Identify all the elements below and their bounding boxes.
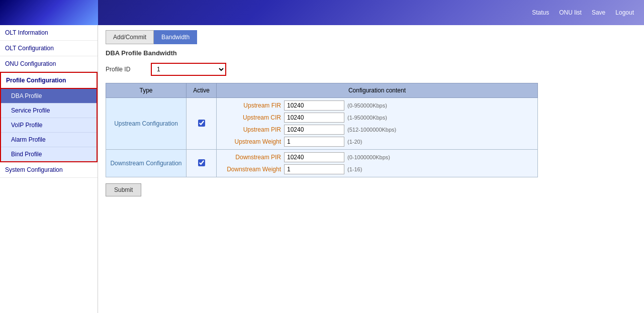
downstream-type-label: Downstream Configuration	[106, 150, 187, 177]
downstream-active-cell	[187, 150, 217, 177]
upstream-fir-label: Upstream FIR	[221, 102, 281, 109]
sidebar-item-service-profile[interactable]: Service Profile	[1, 103, 97, 118]
sidebar-item-voip-profile[interactable]: VoIP Profile	[1, 118, 97, 133]
upstream-weight-hint: (1-20)	[347, 139, 362, 145]
downstream-pir-hint: (0-1000000Kbps)	[347, 154, 390, 160]
upstream-fir-input[interactable]	[284, 100, 344, 111]
sidebar-item-bind-profile[interactable]: Bind Profile	[1, 147, 97, 162]
profile-id-select[interactable]: 1 2 3 4 5	[151, 63, 226, 76]
upstream-pir-hint: (512-1000000Kbps)	[347, 127, 396, 133]
submit-button[interactable]: Submit	[106, 183, 141, 196]
upstream-row: Upstream Configuration Upstream FIR (0-9…	[106, 98, 538, 150]
sidebar-item-system-configuration[interactable]: System Configuration	[0, 162, 98, 178]
profile-id-label: Profile ID	[106, 66, 141, 73]
downstream-weight-row: Downstream Weight (1-16)	[221, 164, 533, 174]
downstream-pir-row: Downstream PIR (0-1000000Kbps)	[221, 152, 533, 162]
config-table: Type Active Configuration content Upstre…	[106, 83, 538, 177]
upstream-cir-row: Upstream CIR (1-950000Kbps)	[221, 113, 533, 123]
downstream-weight-label: Downstream Weight	[221, 166, 281, 173]
upstream-cir-input[interactable]	[284, 113, 344, 123]
tab-add-commit[interactable]: Add/Commit	[106, 30, 154, 44]
upstream-config-content: Upstream FIR (0-950000Kbps) Upstream CIR…	[217, 98, 538, 150]
upstream-weight-row: Upstream Weight (1-20)	[221, 137, 533, 147]
downstream-pir-label: Downstream PIR	[221, 154, 281, 161]
upstream-fir-hint: (0-950000Kbps)	[347, 102, 387, 109]
upstream-active-cell	[187, 98, 217, 150]
upstream-weight-label: Upstream Weight	[221, 138, 281, 145]
downstream-config-content: Downstream PIR (0-1000000Kbps) Downstrea…	[217, 150, 538, 177]
upstream-cir-hint: (1-950000Kbps)	[347, 115, 387, 121]
downstream-pir-input[interactable]	[284, 152, 344, 162]
upstream-pir-row: Upstream PIR (512-1000000Kbps)	[221, 125, 533, 135]
downstream-row: Downstream Configuration Downstream PIR …	[106, 150, 538, 177]
upstream-type-label: Upstream Configuration	[106, 98, 187, 150]
profile-id-row: Profile ID 1 2 3 4 5	[106, 63, 636, 76]
sidebar: OLT Information OLT Configuration ONU Co…	[0, 25, 98, 313]
upstream-pir-label: Upstream PIR	[221, 126, 281, 133]
downstream-active-checkbox[interactable]	[198, 159, 205, 166]
sidebar-item-dba-profile[interactable]: DBA Profile	[1, 89, 97, 103]
onu-list-link[interactable]: ONU list	[559, 9, 582, 16]
layout: OLT Information OLT Configuration ONU Co…	[0, 25, 644, 313]
upstream-cir-label: Upstream CIR	[221, 114, 281, 121]
upstream-fir-row: Upstream FIR (0-950000Kbps)	[221, 100, 533, 111]
tab-bandwidth[interactable]: Bandwidth	[154, 30, 197, 44]
col-active: Active	[187, 83, 217, 98]
sidebar-item-olt-configuration[interactable]: OLT Configuration	[0, 41, 98, 56]
header-logo	[0, 0, 98, 25]
sidebar-sub-group: DBA Profile Service Profile VoIP Profile…	[0, 89, 98, 162]
sidebar-item-olt-information[interactable]: OLT Information	[0, 25, 98, 41]
save-link[interactable]: Save	[592, 9, 605, 16]
status-link[interactable]: Status	[532, 9, 549, 16]
header-nav: Status ONU list Save Logout	[532, 9, 634, 16]
col-config: Configuration content	[217, 83, 538, 98]
logout-link[interactable]: Logout	[615, 9, 634, 16]
tabs: Add/Commit Bandwidth	[106, 30, 636, 44]
col-type: Type	[106, 83, 187, 98]
page-title: DBA Profile Bandwidth	[106, 49, 636, 57]
upstream-weight-input[interactable]	[284, 137, 344, 147]
sidebar-item-onu-configuration[interactable]: ONU Configuration	[0, 56, 98, 72]
sidebar-item-alarm-profile[interactable]: Alarm Profile	[1, 133, 97, 147]
upstream-active-checkbox[interactable]	[198, 120, 205, 127]
main-content: Add/Commit Bandwidth DBA Profile Bandwid…	[98, 25, 644, 313]
sidebar-item-profile-configuration[interactable]: Profile Configuration	[0, 72, 98, 89]
upstream-pir-input[interactable]	[284, 125, 344, 135]
downstream-weight-input[interactable]	[284, 164, 344, 174]
downstream-weight-hint: (1-16)	[347, 166, 362, 172]
header: Status ONU list Save Logout	[0, 0, 644, 25]
